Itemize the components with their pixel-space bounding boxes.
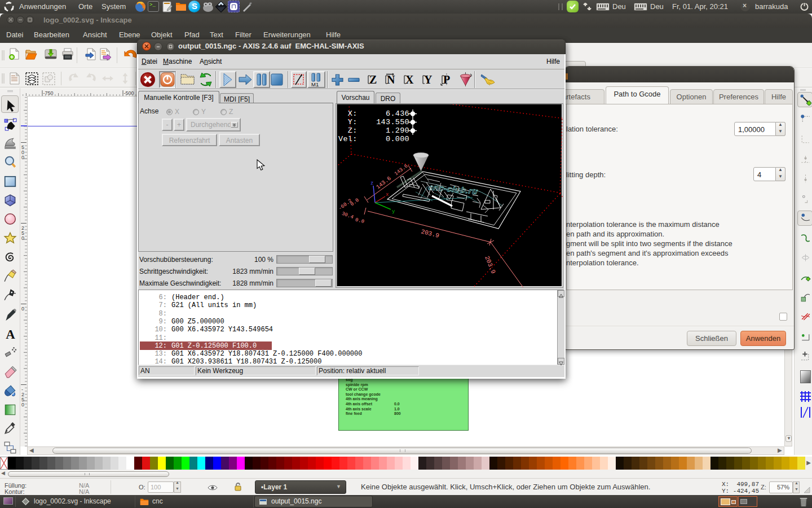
svg-text:Z: Z <box>369 73 377 86</box>
svg-text:0.0: 0.0 <box>355 217 365 225</box>
svg-text:y: y <box>392 209 395 214</box>
svg-text:Y: Y <box>424 73 433 86</box>
svg-text:x: x <box>386 192 389 198</box>
svg-text:0: 0 <box>21 306 24 312</box>
svg-text:0: 0 <box>21 235 24 241</box>
svg-text:0: 0 <box>21 155 24 160</box>
svg-text:30.4: 30.4 <box>341 211 354 221</box>
svg-text:143.6: 143.6 <box>394 163 409 177</box>
svg-text:A: A <box>6 327 15 340</box>
svg-text:N: N <box>387 73 395 86</box>
svg-text:0: 0 <box>21 402 24 408</box>
svg-text:z: z <box>370 181 373 186</box>
svg-text:X: X <box>405 73 414 86</box>
svg-text:M1: M1 <box>311 81 319 87</box>
svg-text:203.9: 203.9 <box>420 228 440 239</box>
